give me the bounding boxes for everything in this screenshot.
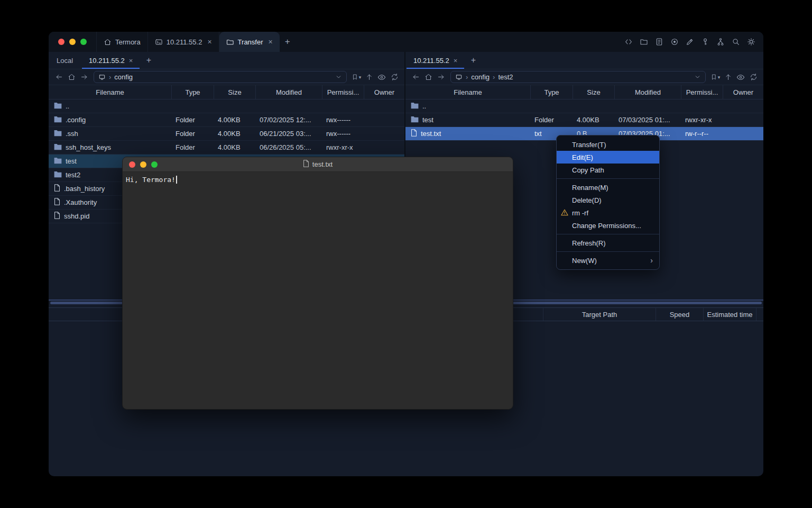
menu-item-edit[interactable]: Edit(E) — [557, 151, 659, 164]
forward-icon[interactable] — [435, 71, 447, 83]
key-icon[interactable] — [699, 36, 711, 48]
back-icon[interactable] — [53, 71, 64, 83]
size-cell: 4.00KB — [214, 113, 255, 126]
column-header-filename[interactable]: Filename — [49, 85, 171, 99]
modified-cell: 07/02/2025 12:... — [255, 113, 322, 126]
modified-cell — [614, 99, 681, 113]
minimize-window-button[interactable] — [140, 161, 146, 168]
close-icon[interactable]: × — [454, 57, 458, 65]
close-window-button[interactable] — [129, 161, 135, 168]
editor-content[interactable]: Hi, Termora! — [123, 172, 513, 187]
editor-titlebar[interactable]: test.txt — [123, 157, 513, 172]
column-header-size[interactable]: Size — [573, 85, 614, 99]
refresh-icon[interactable] — [748, 71, 759, 83]
minimize-window-button[interactable] — [69, 39, 76, 45]
tab-label: 10.211.55.2 — [89, 57, 125, 65]
close-icon[interactable]: × — [269, 38, 273, 46]
tab-remote-host[interactable]: 10.211.55.2 × — [405, 52, 465, 69]
column-header-modified[interactable]: Modified — [255, 85, 322, 99]
record-icon[interactable] — [668, 36, 680, 48]
home-icon[interactable] — [66, 71, 77, 83]
modified-cell: 06/26/2025 05:... — [255, 141, 322, 154]
zoom-window-button[interactable] — [151, 161, 158, 168]
filename: .. — [422, 102, 426, 110]
filename: test2 — [66, 171, 80, 179]
chevron-down-icon[interactable] — [694, 74, 701, 80]
column-header-modified[interactable]: Modified — [614, 85, 681, 99]
size-cell: 4.00KB — [214, 141, 255, 154]
tab-local[interactable]: Local — [49, 52, 81, 69]
computer-icon — [98, 74, 106, 81]
zoom-window-button[interactable] — [80, 39, 87, 45]
tab-transfer[interactable]: Transfer × — [219, 32, 280, 52]
column-header-estimated-time[interactable]: Estimated time — [703, 308, 756, 321]
file-row[interactable]: .config Folder 4.00KB 07/02/2025 12:... … — [49, 113, 404, 127]
menu-item-delete[interactable]: Delete(D) — [557, 194, 659, 206]
chevron-down-icon[interactable] — [335, 74, 342, 80]
path-field[interactable]: › config — [94, 71, 347, 83]
tab-host[interactable]: 10.211.55.2 × — [148, 32, 219, 52]
file-row[interactable]: .. — [49, 99, 404, 113]
file-row[interactable]: .ssh Folder 4.00KB 06/21/2025 03:... rwx… — [49, 127, 404, 141]
log-icon[interactable] — [653, 36, 665, 48]
close-icon[interactable]: × — [129, 57, 133, 65]
menu-item-rm-rf[interactable]: rm -rf — [557, 206, 659, 219]
menu-item-refresh[interactable]: Refresh(R) — [557, 237, 659, 249]
upload-icon[interactable] — [722, 71, 734, 83]
editor-traffic-lights — [123, 161, 164, 168]
bookmark-button[interactable]: ▾ — [709, 71, 721, 83]
filename: sshd.pid — [64, 212, 89, 220]
home-icon[interactable] — [422, 71, 434, 83]
left-navbar: › config ▾ — [49, 69, 404, 85]
menu-item-change-permissions[interactable]: Change Permissions... — [557, 219, 659, 232]
menu-item-transfer[interactable]: Transfer(T) — [557, 138, 659, 151]
settings-icon[interactable] — [745, 36, 757, 48]
caret-down-icon: ▾ — [359, 75, 362, 80]
file-row[interactable]: ssh_host_keys Folder 4.00KB 06/26/2025 0… — [49, 141, 404, 155]
file-icon — [54, 198, 60, 207]
close-window-button[interactable] — [58, 39, 64, 45]
branch-icon[interactable] — [714, 36, 726, 48]
filename: ssh_host_keys — [66, 143, 111, 151]
show-hidden-icon[interactable] — [735, 71, 746, 83]
column-header-owner[interactable]: Owner — [723, 85, 763, 99]
owner-cell — [364, 99, 404, 113]
folder-icon — [54, 157, 62, 166]
column-header-owner[interactable]: Owner — [364, 85, 404, 99]
column-header-permissions[interactable]: Permissi... — [322, 85, 364, 99]
back-icon[interactable] — [410, 71, 421, 83]
folder-icon[interactable] — [638, 36, 650, 48]
column-header-filename[interactable]: Filename — [405, 85, 530, 99]
tab-label: 10.211.55.2 — [167, 38, 202, 46]
file-row[interactable]: test Folder 4.00KB 07/03/2025 01:... rwx… — [405, 113, 763, 127]
new-panel-tab-button[interactable]: + — [141, 52, 156, 69]
close-icon[interactable]: × — [207, 38, 211, 46]
filename: .config — [66, 116, 86, 124]
column-header-size[interactable]: Size — [214, 85, 255, 99]
code-icon[interactable] — [622, 36, 634, 48]
menu-item-new[interactable]: New(W) › — [557, 254, 659, 267]
forward-icon[interactable] — [78, 71, 90, 83]
file-row[interactable]: .. — [405, 99, 763, 113]
refresh-icon[interactable] — [389, 71, 400, 83]
path-field[interactable]: › config › test2 — [450, 71, 706, 83]
menu-item-copy-path[interactable]: Copy Path — [557, 164, 659, 176]
show-hidden-icon[interactable] — [376, 71, 387, 83]
tab-remote-host[interactable]: 10.211.55.2 × — [81, 52, 141, 69]
new-panel-tab-button[interactable]: + — [465, 52, 481, 69]
tab-label: Local — [57, 57, 73, 65]
new-tab-button[interactable]: + — [280, 32, 296, 52]
menu-item-label: Edit(E) — [572, 153, 593, 161]
column-header-target-path[interactable]: Target Path — [543, 308, 656, 321]
context-menu: Transfer(T) Edit(E) Copy Path Rename(M) … — [556, 135, 660, 270]
column-header-permissions[interactable]: Permissi... — [681, 85, 723, 99]
menu-item-rename[interactable]: Rename(M) — [557, 181, 659, 194]
edit-icon[interactable] — [684, 36, 696, 48]
bookmark-button[interactable]: ▾ — [350, 71, 362, 83]
column-header-type[interactable]: Type — [171, 85, 214, 99]
tab-termora[interactable]: Termora — [96, 32, 148, 52]
search-icon[interactable] — [730, 36, 742, 48]
column-header-type[interactable]: Type — [530, 85, 573, 99]
column-header-speed[interactable]: Speed — [656, 308, 703, 321]
upload-icon[interactable] — [363, 71, 375, 83]
